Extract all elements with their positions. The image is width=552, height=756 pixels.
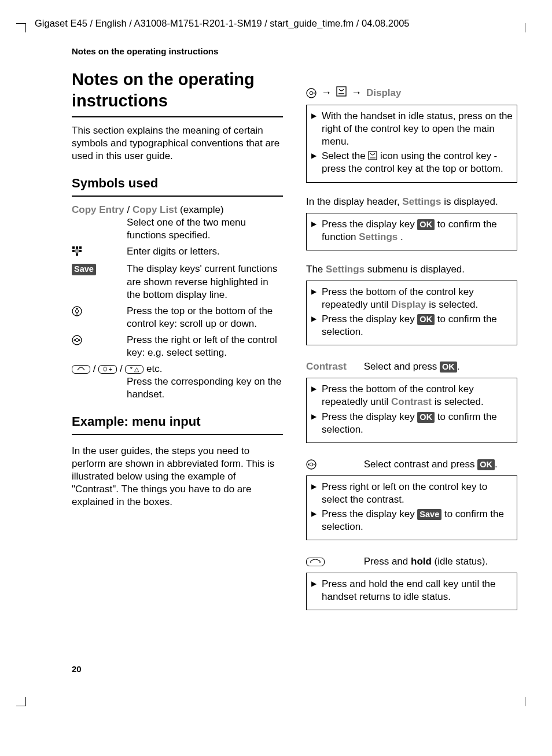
svg-rect-2: [79, 246, 82, 249]
arrow-icon: [351, 86, 362, 99]
copy-entry-description: Select one of the two menu functions spe…: [72, 216, 283, 242]
svg-rect-4: [76, 250, 78, 252]
intro-paragraph: This section explains the meaning of cer…: [72, 124, 283, 163]
header-settings-line: In the display header, Settings is displ…: [306, 196, 517, 208]
svg-point-12: [310, 92, 313, 95]
running-section-label: Notes on the operating instructions: [35, 46, 517, 57]
instruction-box-4: Press the bottom of the control key repe…: [306, 378, 517, 442]
example-suffix: (example): [180, 204, 224, 215]
contrast-line: Contrast Select and press OK.: [306, 360, 517, 373]
digits-description: Enter digits or letters.: [127, 245, 283, 259]
svg-rect-14: [369, 152, 377, 160]
page-number: 20: [35, 663, 517, 675]
svg-point-16: [310, 463, 313, 466]
hold-line: Press and hold (idle status).: [306, 555, 517, 568]
instruction-box-3: Press the bottom of the control key repe…: [306, 281, 517, 345]
control-updown-icon: [72, 305, 127, 330]
page-title: Notes on the operating instructions: [72, 69, 283, 112]
settings-menu-icon: [336, 86, 347, 100]
svg-point-8: [75, 309, 79, 313]
control-leftright-icon: [306, 458, 361, 471]
submenu-line: The Settings submenu is displayed.: [306, 263, 517, 276]
end-call-key-icon: [306, 558, 325, 566]
svg-rect-5: [79, 250, 82, 252]
save-description: The display keys' current functions are …: [127, 263, 283, 301]
example-intro: In the user guides, the steps you need t…: [72, 445, 283, 508]
svg-rect-13: [337, 87, 346, 96]
svg-rect-1: [76, 246, 78, 249]
copy-entry-label: Copy Entry: [72, 204, 124, 215]
instruction-box-5: Press right or left on the control key t…: [306, 475, 517, 540]
talk-key-icon: [72, 365, 90, 374]
leftright-description: Press the right or left of the control k…: [127, 334, 283, 359]
document-header: Gigaset E45 / English / A31008-M1751-R20…: [35, 17, 517, 29]
control-right-icon: [306, 87, 317, 99]
copy-list-label: Copy List: [133, 204, 177, 215]
keys-description: Press the corresponding key on the hands…: [72, 375, 283, 401]
right-column: Display With the handset in idle status,…: [306, 69, 517, 624]
svg-rect-0: [72, 246, 75, 249]
symbols-heading: Symbols used: [72, 175, 283, 192]
svg-point-10: [75, 339, 79, 342]
control-leftright-icon: [72, 334, 127, 359]
instruction-box-6: Press and hold the end call key until th…: [306, 573, 517, 610]
example-heading: Example: menu input: [72, 414, 283, 430]
handset-keys-row: / 0 + / * △ etc.: [72, 363, 283, 375]
display-menu-label: Display: [366, 87, 401, 99]
left-column: Notes on the operating instructions This…: [72, 69, 283, 624]
keypad-icon: [72, 245, 127, 259]
arrow-icon: [321, 86, 332, 99]
instruction-box-2: Press the display key OK to confirm the …: [306, 213, 517, 250]
star-key-icon: * △: [125, 365, 143, 374]
updown-description: Press the top or the bottom of the contr…: [127, 305, 283, 330]
nav-path: Display: [306, 86, 517, 100]
instruction-box-1: With the handset in idle status, press o…: [306, 105, 517, 182]
select-contrast-line: Select contrast and press OK.: [306, 458, 517, 471]
svg-rect-6: [76, 253, 78, 256]
svg-rect-3: [72, 250, 75, 252]
save-key-icon: Save: [72, 264, 96, 275]
zero-key-icon: 0 +: [98, 365, 117, 374]
